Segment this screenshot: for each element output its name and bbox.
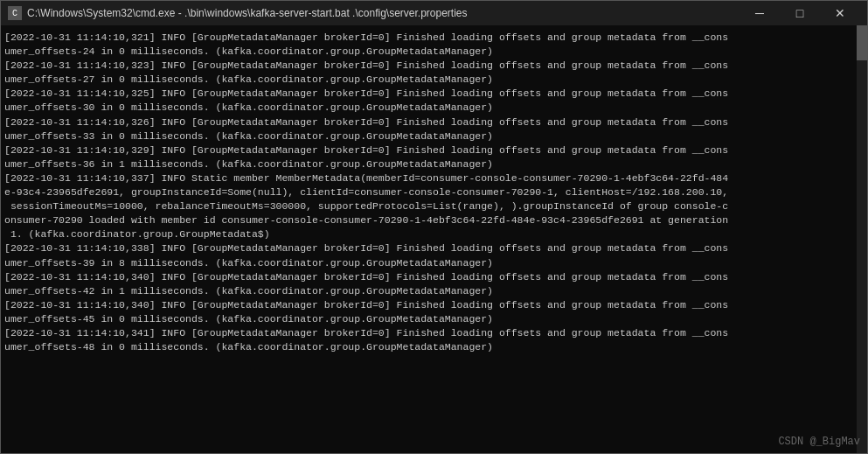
close-button[interactable]: ✕ (820, 1, 860, 25)
window-controls: ─ □ ✕ (740, 1, 860, 25)
maximize-button[interactable]: □ (780, 1, 820, 25)
scrollbar-thumb[interactable] (857, 25, 867, 60)
minimize-button[interactable]: ─ (740, 1, 780, 25)
window-title: C:\Windows\System32\cmd.exe - .\bin\wind… (27, 7, 733, 19)
title-bar: C C:\Windows\System32\cmd.exe - .\bin\wi… (1, 1, 867, 25)
window-icon: C (8, 6, 22, 20)
console-area: [2022-10-31 11:14:10,321] INFO [GroupMet… (1, 25, 867, 453)
scrollbar[interactable] (857, 25, 867, 453)
cmd-window: C C:\Windows\System32\cmd.exe - .\bin\wi… (0, 0, 868, 454)
console-output: [2022-10-31 11:14:10,321] INFO [GroupMet… (1, 27, 867, 451)
